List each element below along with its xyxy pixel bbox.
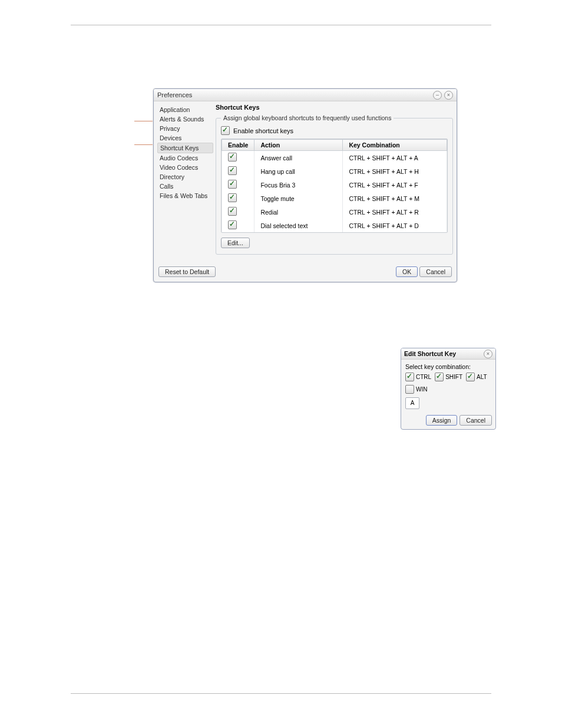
edit-dialog-titlebar: Edit Shortcut Key × [401,348,495,360]
row-enable-checkbox[interactable] [228,153,237,162]
sidebar-item-application[interactable]: Application [157,105,213,114]
assign-button[interactable]: Assign [426,415,458,426]
edit-dialog-title: Edit Shortcut Key [404,350,456,357]
mod-shift-checkbox[interactable] [435,373,444,381]
edit-button[interactable]: Edit... [221,238,250,248]
row-action: Redial [254,205,343,219]
row-combo: CTRL + SHIFT + ALT + A [343,151,447,165]
row-action: Toggle mute [254,192,343,205]
col-combo: Key Combination [343,140,447,151]
cancel-button[interactable]: Cancel [419,266,452,277]
minimize-icon[interactable]: – [433,91,442,100]
ok-button[interactable]: OK [396,266,418,277]
table-row: Hang up call CTRL + SHIFT + ALT + H [222,164,447,178]
edit-cancel-button[interactable]: Cancel [459,415,492,426]
table-row: Dial selected text CTRL + SHIFT + ALT + … [222,219,447,232]
row-enable-checkbox[interactable] [228,180,237,189]
sidebar-item-directory[interactable]: Directory [157,172,213,182]
enable-shortcut-keys-label: Enable shortcut keys [233,127,293,134]
mod-ctrl-checkbox[interactable] [405,373,414,381]
row-enable-checkbox[interactable] [228,193,237,202]
row-action: Focus Bria 3 [254,178,343,192]
sidebar-item-privacy[interactable]: Privacy [157,124,213,133]
table-row: Toggle mute CTRL + SHIFT + ALT + M [222,192,447,205]
row-enable-checkbox[interactable] [228,207,237,216]
shortcut-keys-group: Assign global keyboard shortcuts to freq… [216,114,453,255]
col-enable: Enable [222,140,254,151]
sidebar-item-alerts-sounds[interactable]: Alerts & Sounds [157,114,213,124]
preferences-sidebar: Application Alerts & Sounds Privacy Devi… [157,104,213,255]
preferences-window: Preferences – × Application Alerts & Sou… [153,88,457,282]
row-combo: CTRL + SHIFT + ALT + F [343,178,447,192]
preferences-title: Preferences [157,91,192,98]
table-row: Focus Bria 3 CTRL + SHIFT + ALT + F [222,178,447,192]
sidebar-item-files-web-tabs[interactable]: Files & Web Tabs [157,191,213,200]
mod-shift-label: SHIFT [445,374,462,380]
sidebar-item-calls[interactable]: Calls [157,182,213,191]
key-input[interactable]: A [405,397,419,409]
sidebar-item-devices[interactable]: Devices [157,133,213,143]
enable-shortcut-keys-checkbox[interactable] [221,126,230,135]
row-combo: CTRL + SHIFT + ALT + D [343,219,447,232]
select-key-label: Select key combination: [405,363,491,370]
row-enable-checkbox[interactable] [228,166,237,175]
row-combo: CTRL + SHIFT + ALT + M [343,192,447,205]
preferences-titlebar: Preferences – × [154,89,457,101]
row-combo: CTRL + SHIFT + ALT + H [343,164,447,178]
table-row: Answer call CTRL + SHIFT + ALT + A [222,151,447,165]
table-row: Redial CTRL + SHIFT + ALT + R [222,205,447,219]
edit-shortcut-dialog: Edit Shortcut Key × Select key combinati… [401,348,496,430]
mod-ctrl-label: CTRL [416,374,431,380]
mod-alt-checkbox[interactable] [466,373,475,381]
sidebar-item-video-codecs[interactable]: Video Codecs [157,163,213,172]
row-action: Hang up call [254,164,343,178]
panel-title: Shortcut Keys [216,104,453,111]
row-action: Answer call [254,151,343,165]
col-action: Action [254,140,343,151]
row-enable-checkbox[interactable] [228,220,237,229]
close-icon[interactable]: × [444,91,453,100]
mod-alt-label: ALT [477,374,487,380]
mod-win-label: WIN [416,386,427,393]
sidebar-item-audio-codecs[interactable]: Audio Codecs [157,153,213,163]
group-legend: Assign global keyboard shortcuts to freq… [221,114,394,121]
row-combo: CTRL + SHIFT + ALT + R [343,205,447,219]
shortcut-keys-table: Enable Action Key Combination Answer cal… [221,139,448,233]
mod-win-checkbox[interactable] [405,385,414,394]
row-action: Dial selected text [254,219,343,232]
reset-to-default-button[interactable]: Reset to Default [158,266,216,277]
sidebar-item-shortcut-keys[interactable]: Shortcut Keys [157,143,213,153]
close-icon[interactable]: × [484,350,492,358]
